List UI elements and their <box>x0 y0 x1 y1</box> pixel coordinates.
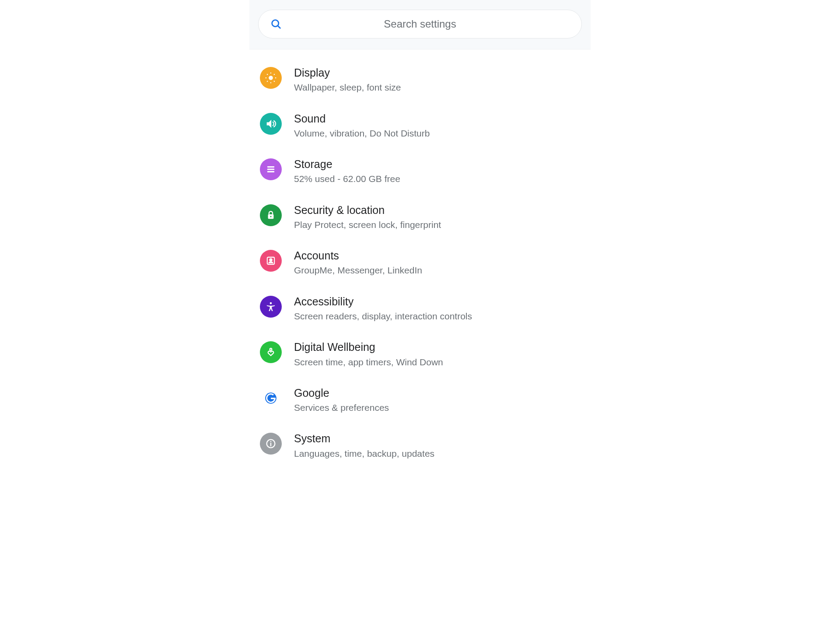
settings-item-text: Digital Wellbeing Screen time, app timer… <box>294 340 580 368</box>
wellbeing-icon <box>260 341 282 363</box>
settings-item-subtitle: Screen time, app timers, Wind Down <box>294 356 580 368</box>
svg-point-7 <box>270 216 271 217</box>
display-icon <box>260 67 282 89</box>
accessibility-icon <box>260 296 282 318</box>
settings-item-text: Sound Volume, vibration, Do Not Disturb <box>294 112 580 140</box>
settings-item-accessibility[interactable]: Accessibility Screen readers, display, i… <box>249 286 591 332</box>
svg-point-9 <box>270 259 272 261</box>
svg-rect-3 <box>267 166 274 168</box>
settings-item-display[interactable]: Display Wallpaper, sleep, font size <box>249 57 591 103</box>
settings-item-wellbeing[interactable]: Digital Wellbeing Screen time, app timer… <box>249 332 591 378</box>
settings-item-title: System <box>294 432 580 445</box>
settings-item-text: Accounts GroupMe, Messenger, LinkedIn <box>294 249 580 276</box>
settings-item-subtitle: GroupMe, Messenger, LinkedIn <box>294 264 580 276</box>
svg-point-15 <box>270 441 272 442</box>
settings-list: Display Wallpaper, sleep, font size Soun… <box>249 49 591 469</box>
settings-item-storage[interactable]: Storage 52% used - 62.00 GB free <box>249 149 591 195</box>
svg-point-11 <box>270 349 272 351</box>
svg-rect-4 <box>267 169 274 170</box>
settings-item-accounts[interactable]: Accounts GroupMe, Messenger, LinkedIn <box>249 240 591 286</box>
settings-item-subtitle: Services & preferences <box>294 402 580 413</box>
accounts-icon <box>260 250 282 272</box>
storage-icon <box>260 158 282 180</box>
settings-screen: Search settings Display Wallpaper, sleep… <box>249 0 591 469</box>
search-placeholder: Search settings <box>270 18 570 30</box>
settings-item-sound[interactable]: Sound Volume, vibration, Do Not Disturb <box>249 103 591 149</box>
svg-point-2 <box>269 76 272 79</box>
settings-item-title: Sound <box>294 112 580 126</box>
settings-item-title: Google <box>294 386 580 400</box>
settings-item-title: Accounts <box>294 249 580 262</box>
settings-item-subtitle: Wallpaper, sleep, font size <box>294 81 580 93</box>
svg-point-10 <box>270 302 272 304</box>
settings-item-title: Accessibility <box>294 295 580 308</box>
settings-item-text: Accessibility Screen readers, display, i… <box>294 295 580 322</box>
settings-item-subtitle: Languages, time, backup, updates <box>294 448 580 459</box>
lock-icon <box>260 204 282 226</box>
info-icon <box>260 433 282 455</box>
svg-rect-5 <box>267 171 274 172</box>
settings-item-security[interactable]: Security & location Play Protect, screen… <box>249 195 591 241</box>
settings-item-text: Storage 52% used - 62.00 GB free <box>294 158 580 185</box>
settings-item-title: Security & location <box>294 203 580 217</box>
settings-item-subtitle: Play Protect, screen lock, fingerprint <box>294 219 580 231</box>
settings-item-text: Display Wallpaper, sleep, font size <box>294 66 580 94</box>
google-icon <box>260 387 282 409</box>
settings-item-title: Digital Wellbeing <box>294 340 580 354</box>
search-header: Search settings <box>249 0 591 49</box>
settings-item-system[interactable]: System Languages, time, backup, updates <box>249 423 591 469</box>
settings-item-subtitle: Volume, vibration, Do Not Disturb <box>294 127 580 139</box>
settings-item-text: Google Services & preferences <box>294 386 580 414</box>
sound-icon <box>260 113 282 135</box>
settings-item-text: Security & location Play Protect, screen… <box>294 203 580 231</box>
search-input[interactable]: Search settings <box>258 10 582 38</box>
settings-item-title: Storage <box>294 158 580 171</box>
settings-item-text: System Languages, time, backup, updates <box>294 432 580 459</box>
settings-item-title: Display <box>294 66 580 80</box>
settings-item-google[interactable]: Google Services & preferences <box>249 378 591 424</box>
settings-item-subtitle: 52% used - 62.00 GB free <box>294 173 580 185</box>
settings-item-subtitle: Screen readers, display, interaction con… <box>294 310 580 322</box>
